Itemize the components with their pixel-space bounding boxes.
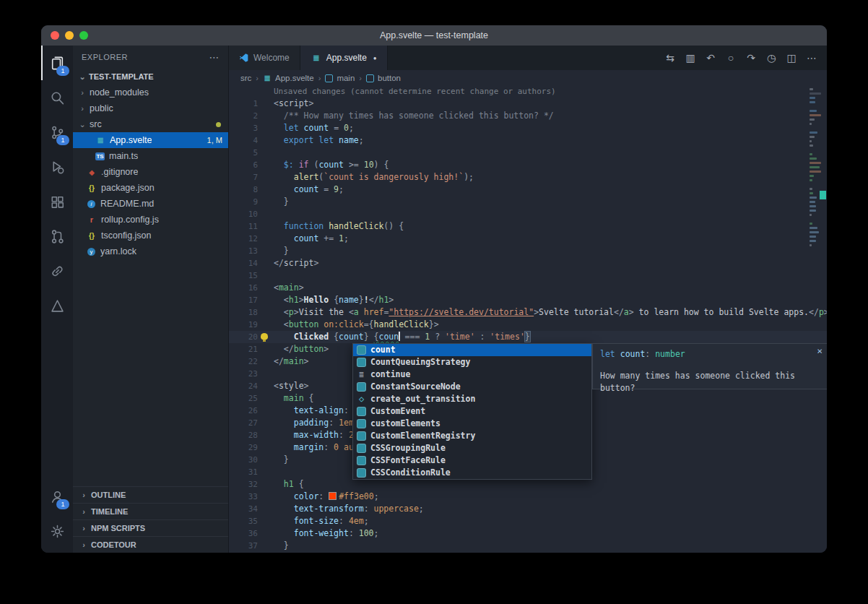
code-line-32[interactable]: 32 h1 { xyxy=(229,478,827,491)
breadcrumb-item-src[interactable]: src xyxy=(240,74,251,82)
code-line-8[interactable]: 8 count = 9; xyxy=(229,184,827,196)
tab-app-svelte[interactable]: ≣App.svelte● xyxy=(300,46,388,70)
next-change-icon[interactable]: ↷ xyxy=(742,52,760,64)
folder-src[interactable]: ⌄src xyxy=(73,116,228,132)
section-codetour[interactable]: ›CODETOUR xyxy=(73,536,228,553)
code-line-15[interactable]: 15 xyxy=(229,269,827,282)
token: function xyxy=(284,221,324,231)
code-line-18[interactable]: 18 <p>Visit the <a href="https://svelte.… xyxy=(229,306,827,319)
zoom-button[interactable] xyxy=(79,31,88,40)
explorer-more-actions-icon[interactable]: ⋯ xyxy=(209,51,220,63)
folder-public[interactable]: ›public xyxy=(73,100,228,116)
section-outline[interactable]: ›OUTLINE xyxy=(73,486,228,503)
suggestion-CSSGroupingRule[interactable]: CSSGroupingRule xyxy=(353,442,591,454)
item-label: node_modules xyxy=(90,87,149,98)
breadcrumb-item-app-svelte[interactable]: ≣App.svelte xyxy=(263,74,314,83)
suggestion-CountQueuingStrategy[interactable]: CountQueuingStrategy xyxy=(353,356,591,368)
chevron-right-icon: › xyxy=(80,491,87,499)
suggestion-count[interactable]: count xyxy=(353,344,591,356)
minimize-button[interactable] xyxy=(65,31,74,40)
tab-welcome[interactable]: Welcome xyxy=(229,46,300,70)
code-line-7[interactable]: 7 alert(`count is dangerously high!`); xyxy=(229,171,827,184)
run-debug-icon[interactable] xyxy=(41,150,73,184)
code-line-5[interactable]: 5 xyxy=(229,147,827,159)
breadcrumb-item-main[interactable]: main xyxy=(325,74,355,82)
close-button[interactable] xyxy=(51,31,59,40)
suggestion-CSSConditionRule[interactable]: CSSConditionRule xyxy=(353,467,591,479)
file-App.svelte[interactable]: ≣App.svelte1, M xyxy=(73,132,228,148)
line-number: 6 xyxy=(229,159,258,171)
file-yarn.lock[interactable]: yyarn.lock xyxy=(73,243,228,259)
code-line-37[interactable]: 37 } xyxy=(229,540,827,552)
code-line-20[interactable]: 20 Clicked {count} {coun === 1 ? 'time' … xyxy=(229,331,827,343)
gitlens-compare-icon[interactable]: ⇆ xyxy=(661,52,680,64)
code-line-12[interactable]: 12 count += 1; xyxy=(229,233,827,245)
previous-change-icon[interactable]: ↶ xyxy=(701,52,720,64)
code-line-19[interactable]: 19 <button on:click={handleClick}> xyxy=(229,319,827,331)
titlebar[interactable]: App.svelte — test-template xyxy=(41,25,827,46)
code-line-10[interactable]: 10 xyxy=(229,208,827,220)
line-number: 5 xyxy=(229,147,258,159)
pull-requests-icon[interactable] xyxy=(41,219,73,254)
minimap[interactable] xyxy=(810,88,822,249)
token: ; xyxy=(349,123,354,133)
file-history-icon[interactable]: ◷ xyxy=(762,52,781,64)
folder-node_modules[interactable]: ›node_modules xyxy=(73,85,228,100)
code-line-14[interactable]: 14</script> xyxy=(229,257,827,269)
lightbulb-icon[interactable] xyxy=(261,333,268,340)
file-main.ts[interactable]: TSmain.ts xyxy=(73,148,228,164)
breadcrumb-item-button[interactable]: button xyxy=(366,74,401,82)
more-actions-icon[interactable]: ⋯ xyxy=(802,52,821,64)
code-line-2[interactable]: 2 /** How many times has someone clicked… xyxy=(229,110,827,122)
code-line-11[interactable]: 11 function handleClick() { xyxy=(229,220,827,233)
split-editor-icon[interactable]: ◫ xyxy=(782,52,801,64)
open-preview-icon[interactable]: ▥ xyxy=(681,52,700,64)
code-line-35[interactable]: 35 font-size: 4em; xyxy=(229,515,827,527)
explorer-icon[interactable]: 1 xyxy=(41,46,73,80)
suggestion-continue[interactable]: ≣continue xyxy=(353,368,591,381)
token: < xyxy=(274,98,279,108)
gutter xyxy=(258,269,274,282)
code-line-34[interactable]: 34 text-transform: uppercase; xyxy=(229,503,827,515)
accounts-icon[interactable]: 1 xyxy=(41,479,73,514)
code-line-3[interactable]: 3 let count = 0; xyxy=(229,122,827,134)
source-control-icon[interactable]: 1 xyxy=(41,115,73,150)
code-line-36[interactable]: 36 font-weight: 100; xyxy=(229,527,827,540)
azure-icon[interactable] xyxy=(41,288,73,323)
remote-icon[interactable] xyxy=(41,254,73,288)
section-label: NPM SCRIPTS xyxy=(91,524,145,532)
settings-icon[interactable] xyxy=(41,514,73,548)
code-line-33[interactable]: 33 color: #ff3e00; xyxy=(229,491,827,503)
code-line-9[interactable]: 9 } xyxy=(229,196,827,208)
file-package.json[interactable]: {}package.json xyxy=(73,180,228,196)
file-.gitignore[interactable]: ◆.gitignore xyxy=(73,164,228,180)
code-line-6[interactable]: 6 $: if (count >= 10) { xyxy=(229,159,827,171)
close-icon[interactable]: × xyxy=(817,345,823,357)
section-timeline[interactable]: ›TIMELINE xyxy=(73,503,228,519)
tree-root[interactable]: ⌄ TEST-TEMPLATE xyxy=(73,69,228,85)
code-line-4[interactable]: 4 export let name; xyxy=(229,134,827,147)
suggestion-ConstantSourceNode[interactable]: ConstantSourceNode xyxy=(353,381,591,393)
extensions-icon[interactable] xyxy=(41,184,73,219)
section-npm-scripts[interactable]: ›NPM SCRIPTS xyxy=(73,519,228,536)
file-rollup.config.js[interactable]: rrollup.config.js xyxy=(73,212,228,228)
code-line-13[interactable]: 13 } xyxy=(229,245,827,257)
suggestion-create_out_transition[interactable]: ◇create_out_transition xyxy=(353,393,591,405)
code-line-16[interactable]: 16<main> xyxy=(229,282,827,294)
current-position-icon[interactable]: ○ xyxy=(721,52,740,64)
suggestion-CustomElementRegistry[interactable]: CustomElementRegistry xyxy=(353,430,591,442)
code-line-1[interactable]: 1<script> xyxy=(229,98,827,110)
file-tsconfig.json[interactable]: {}tsconfig.json xyxy=(73,228,228,243)
suggestion-CustomEvent[interactable]: CustomEvent xyxy=(353,405,591,418)
token: let xyxy=(284,123,299,133)
file-README.md[interactable]: iREADME.md xyxy=(73,196,228,212)
search-icon[interactable] xyxy=(41,80,73,115)
token: < xyxy=(274,282,279,293)
suggestion-CSSFontFaceRule[interactable]: CSSFontFaceRule xyxy=(353,454,591,467)
code-line-17[interactable]: 17 <h1>Hello {name}!</h1> xyxy=(229,294,827,306)
breadcrumb-label: src xyxy=(240,74,251,82)
suggestion-customElements[interactable]: customElements xyxy=(353,418,591,430)
token: p xyxy=(819,307,824,317)
token: a xyxy=(354,307,359,317)
line-number: 34 xyxy=(229,503,258,515)
